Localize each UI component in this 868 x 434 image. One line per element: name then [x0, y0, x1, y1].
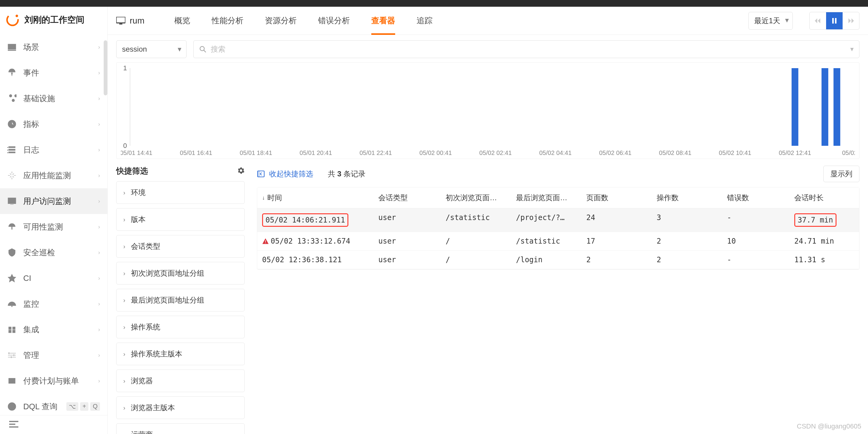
sidebar-item-1[interactable]: 事件›	[0, 60, 107, 86]
td-errs: -	[722, 251, 789, 269]
svg-rect-31	[257, 171, 260, 177]
sidebar-item-13[interactable]: 付费计划与账单›	[0, 368, 107, 394]
svg-text:05/02 14:: 05/02 14:	[842, 149, 855, 156]
playback-controls	[809, 12, 860, 30]
tab-3[interactable]: 错误分析	[318, 7, 350, 35]
sidebar-item-14[interactable]: DQL 查询⌥+Q	[0, 394, 107, 415]
nav-icon-5	[7, 171, 17, 180]
rewind-button[interactable]	[810, 12, 826, 29]
search-input[interactable]	[211, 45, 850, 54]
svg-line-10	[204, 50, 206, 52]
facet-label: 浏览器主版本	[131, 403, 175, 412]
facet-0[interactable]: ›环境	[116, 181, 245, 204]
facet-3[interactable]: ›初次浏览页面地址分组	[116, 262, 245, 285]
th-5[interactable]: 操作数	[652, 187, 722, 208]
svg-text:05/01 20:41: 05/01 20:41	[300, 149, 332, 156]
td-ops: 2	[652, 251, 722, 269]
nav-label: 场景	[23, 42, 98, 53]
watermark: CSDN @liugang0605	[797, 423, 861, 430]
session-type-label: session	[122, 45, 147, 53]
table-header-row: ↓ 时间会话类型初次浏览页面…最后浏览页面…页面数操作数错误数会话时长	[257, 187, 859, 208]
workspace-title: 刘刚的工作空间	[25, 14, 85, 26]
th-3[interactable]: 最后浏览页面…	[511, 187, 582, 208]
session-type-select[interactable]: session	[116, 40, 187, 58]
chevron-right-icon: ›	[98, 275, 100, 281]
nav-icon-11	[7, 325, 17, 334]
th-6[interactable]: 错误数	[722, 187, 789, 208]
facet-label: 运营商	[131, 430, 153, 434]
td-first: /	[441, 232, 511, 250]
collapse-quick-filter[interactable]: 收起快捷筛选	[257, 169, 313, 179]
quick-filter-settings[interactable]	[237, 167, 245, 175]
td-last: /login	[511, 251, 582, 269]
nav-label: 安全巡检	[23, 247, 98, 258]
forward-button[interactable]	[843, 12, 859, 29]
sidebar-item-10[interactable]: 监控›	[0, 291, 107, 316]
workspace-brand[interactable]: 刘刚的工作空间	[0, 7, 107, 33]
nav-icon-13	[7, 376, 17, 386]
facet-9[interactable]: ›运营商	[116, 423, 245, 434]
tab-1[interactable]: 性能分析	[212, 7, 244, 35]
sidebar-item-3[interactable]: 指标›	[0, 111, 107, 137]
td-time: 05/02 12:36:38.121	[257, 251, 373, 269]
search-box[interactable]: ▾	[193, 40, 860, 58]
nav-label: 用户访问监测	[23, 196, 98, 207]
tab-4[interactable]: 查看器	[371, 7, 395, 35]
facet-7[interactable]: ›浏览器	[116, 369, 245, 392]
app-selector[interactable]: rum	[116, 16, 144, 26]
search-expand-icon[interactable]: ▾	[850, 45, 854, 53]
sidebar-item-7[interactable]: 可用性监测›	[0, 214, 107, 240]
time-range-select[interactable]: 最近1天	[748, 12, 793, 30]
show-columns-button[interactable]: 显示列	[823, 166, 860, 182]
nav-icon-0	[7, 42, 17, 52]
facet-label: 版本	[131, 214, 146, 224]
facet-5[interactable]: ›操作系统	[116, 316, 245, 338]
td-dur: 11.31 s	[789, 251, 859, 269]
table-row[interactable]: 05/02 12:36:38.121user//login22-11.31 s	[257, 251, 859, 269]
facet-8[interactable]: ›浏览器主版本	[116, 396, 245, 419]
sidebar-item-8[interactable]: 安全巡检›	[0, 240, 107, 265]
pause-button[interactable]	[826, 12, 843, 29]
th-1[interactable]: 会话类型	[373, 187, 441, 208]
th-4[interactable]: 页面数	[582, 187, 652, 208]
svg-text:05/01 14:41: 05/01 14:41	[121, 149, 152, 156]
sidebar-item-0[interactable]: 场景›	[0, 34, 107, 60]
td-pages: 17	[582, 232, 652, 250]
sidebar-item-4[interactable]: 日志›	[0, 137, 107, 163]
facet-label: 环境	[131, 188, 146, 197]
table-row[interactable]: 05/02 13:33:12.674user//statistic1721024…	[257, 232, 859, 251]
th-7[interactable]: 会话时长	[789, 187, 859, 208]
facet-6[interactable]: ›操作系统主版本	[116, 343, 245, 365]
chevron-right-icon: ›	[123, 189, 125, 196]
main-area: rum 概览性能分析资源分析错误分析查看器追踪 最近1天 session	[108, 7, 868, 434]
svg-text:0: 0	[123, 142, 127, 149]
tab-5[interactable]: 追踪	[416, 7, 432, 35]
sidebar-item-2[interactable]: 基础设施›	[0, 86, 107, 111]
svg-point-9	[200, 46, 204, 51]
tab-0[interactable]: 概览	[174, 7, 190, 35]
sidebar-item-9[interactable]: CI›	[0, 265, 107, 291]
quick-filter-title: 快捷筛选	[116, 166, 237, 176]
tab-2[interactable]: 资源分析	[265, 7, 297, 35]
td-last: /statistic	[511, 232, 582, 250]
record-count: 共 3 条记录	[328, 169, 366, 179]
th-2[interactable]: 初次浏览页面…	[441, 187, 511, 208]
facet-label: 操作系统	[131, 322, 160, 332]
sidebar-item-12[interactable]: 管理›	[0, 342, 107, 368]
svg-text:05/02 02:41: 05/02 02:41	[479, 149, 512, 156]
session-table-panel: 收起快捷筛选 共 3 条记录 显示列 ↓ 时间会话类型初次浏览页面…最后浏览页面…	[257, 161, 860, 434]
sidebar-item-11[interactable]: 集成›	[0, 316, 107, 342]
facet-4[interactable]: ›最后浏览页面地址分组	[116, 289, 245, 311]
sidebar: 刘刚的工作空间 场景› 事件› 基础设施› 指标› 日志› 应用性能监测› 用户…	[0, 7, 108, 434]
facet-2[interactable]: ›会话类型	[116, 235, 245, 258]
sidebar-item-6[interactable]: 用户访问监测›	[0, 188, 107, 214]
nav-label: 事件	[23, 68, 98, 78]
sidebar-item-5[interactable]: 应用性能监测›	[0, 163, 107, 188]
timeline-chart[interactable]: 0105/01 14:4105/01 16:4105/01 18:4105/01…	[116, 62, 860, 159]
facet-1[interactable]: ›版本	[116, 208, 245, 231]
th-0[interactable]: ↓ 时间	[257, 187, 373, 208]
nav-label: CI	[23, 273, 98, 283]
table-row[interactable]: 05/02 14:06:21.911user/statistic/project…	[257, 208, 859, 232]
sidebar-collapse[interactable]	[0, 415, 107, 434]
chevron-right-icon: ›	[98, 378, 100, 384]
